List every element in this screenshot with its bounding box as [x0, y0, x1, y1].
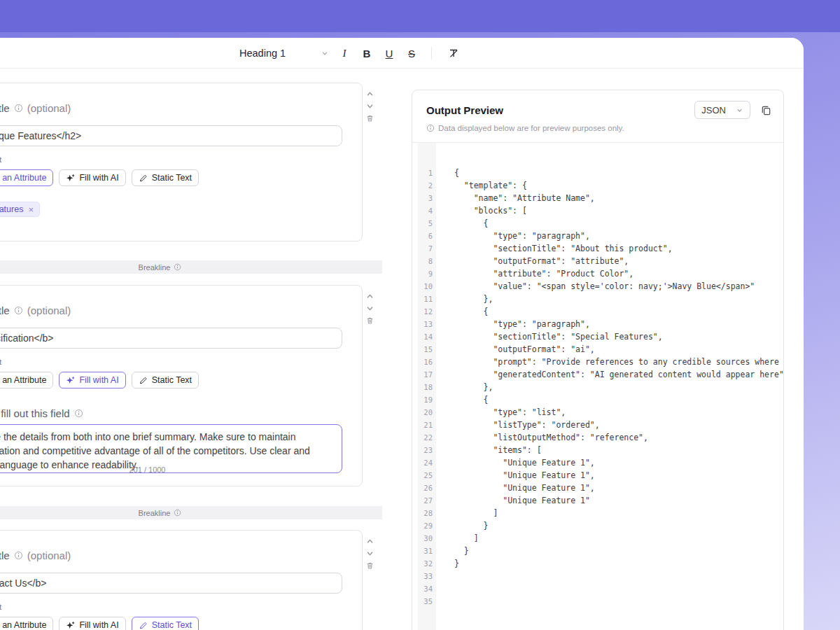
code-line: 21 "listType": "ordered", [412, 419, 783, 431]
code-line: 19 { [412, 393, 783, 406]
line-number: 3 [418, 192, 436, 204]
delete-block-button[interactable] [364, 560, 375, 570]
output-format-options: Reference an Attribute Fill with AI Stat… [0, 617, 348, 630]
fill-with-ai-button[interactable]: Fill with AI [59, 372, 125, 388]
code-line: 7 "sectionTitle": "About this product", [412, 242, 783, 255]
delete-block-button[interactable] [364, 315, 375, 326]
code-line: 35 [412, 595, 783, 608]
info-icon [74, 409, 83, 418]
code-line: 12 { [412, 305, 783, 318]
reference-attribute-button[interactable]: Reference an Attribute [0, 372, 53, 388]
reference-attribute-label: Reference an Attribute [0, 173, 46, 183]
move-block-up-button[interactable] [364, 291, 375, 302]
info-icon [174, 263, 181, 271]
section-title-input[interactable] [0, 573, 342, 594]
breakline-divider: Breakline [0, 506, 382, 519]
line-content: "type": "paragraph", [436, 230, 590, 242]
code-line: 3 "name": "Attribute Name", [412, 192, 783, 204]
move-block-down-button[interactable] [364, 303, 375, 314]
breakline-label: Breakline [139, 263, 171, 272]
line-number: 17 [418, 368, 436, 381]
copy-output-button[interactable] [760, 104, 772, 116]
code-line: 34 [412, 582, 783, 595]
move-down-icon [366, 550, 374, 557]
code-editor[interactable]: 1{2 "template": {3 "name": "Attribute Na… [412, 142, 783, 630]
strikethrough-button[interactable]: S [400, 43, 423, 63]
code-line: 22 "listOutputMethod": "reference", [412, 431, 783, 444]
line-content: { [436, 393, 488, 406]
line-number: 8 [418, 255, 436, 267]
line-number: 35 [418, 595, 436, 608]
breakline-divider: Breakline [0, 260, 382, 274]
move-block-up-button[interactable] [364, 536, 375, 547]
delete-block-button[interactable] [364, 113, 375, 123]
code-line: 33 [412, 570, 783, 582]
bold-button[interactable]: B [356, 43, 378, 63]
line-number: 30 [418, 532, 436, 545]
top-banner [0, 0, 840, 32]
editor-toolbar: Heading 1 I B U S [0, 38, 804, 69]
fill-with-ai-button[interactable]: Fill with AI [59, 169, 125, 186]
reference-attribute-button[interactable]: Reference an Attribute [0, 169, 53, 186]
line-content: "prompt": "Provide references to any cre… [436, 356, 783, 368]
reference-attribute-button[interactable]: Reference an Attribute [0, 617, 53, 630]
output-format-label: Output format [0, 358, 348, 366]
line-number: 26 [418, 482, 436, 494]
ai-prompt-textarea[interactable]: Combine the details from both into one b… [0, 424, 342, 473]
trash-icon [366, 114, 374, 122]
reference-attribute-label: Reference an Attribute [0, 375, 46, 385]
section-title-input[interactable] [0, 328, 342, 349]
format-button-group: I B U S [333, 43, 423, 63]
move-block-up-button[interactable] [364, 89, 375, 99]
underline-button[interactable]: U [378, 43, 400, 63]
copy-icon [760, 104, 772, 116]
ai-sparkle-icon [66, 621, 75, 630]
code-line: 4 "blocks": [ [412, 204, 783, 217]
static-text-button[interactable]: Static Text [132, 372, 199, 388]
line-number: 21 [418, 419, 436, 431]
italic-button[interactable]: I [333, 43, 356, 63]
move-up-icon [366, 538, 374, 545]
ai-sparkle-icon [66, 376, 75, 385]
chevron-down-icon [736, 106, 743, 114]
fill-with-ai-button[interactable]: Fill with AI [59, 617, 125, 630]
line-content [436, 595, 454, 608]
move-down-icon [366, 304, 374, 312]
line-content: "generatedContent": "AI generated conten… [436, 368, 783, 381]
static-text-button[interactable]: Static Text [132, 617, 199, 630]
move-block-down-button[interactable] [364, 548, 375, 559]
section-title-label: Section Title (optional) [0, 304, 348, 316]
line-number: 31 [418, 545, 436, 557]
code-line: 11 }, [412, 293, 783, 305]
attribute-tag[interactable]: Unique Features × [0, 202, 40, 217]
line-content: }, [436, 381, 493, 393]
remove-tag-icon[interactable]: × [28, 205, 34, 214]
heading-style-select[interactable]: Heading 1 [239, 48, 329, 59]
line-number: 18 [418, 381, 436, 393]
line-number: 16 [418, 356, 436, 368]
line-number: 14 [418, 330, 436, 343]
section-title-input[interactable] [0, 125, 342, 146]
preview-disclaimer-text: Data displayed below are for preview pur… [438, 124, 624, 132]
line-content [436, 582, 454, 595]
line-content: "template": { [436, 179, 527, 192]
preview-disclaimer: Data displayed below are for preview pur… [426, 124, 772, 132]
static-text-button[interactable]: Static Text [132, 169, 199, 186]
move-block-down-button[interactable] [364, 101, 375, 111]
fill-with-ai-label: Fill with AI [79, 375, 118, 385]
move-up-icon [366, 293, 374, 300]
line-content: "items": [ [436, 444, 542, 456]
line-number: 33 [418, 570, 436, 582]
info-icon [14, 104, 23, 113]
clear-formatting-button[interactable] [442, 43, 465, 63]
code-line: 9 "attribute": "Product Color", [412, 267, 783, 280]
static-text-label: Static Text [152, 375, 192, 385]
clear-formatting-icon [448, 48, 459, 59]
info-icon [14, 306, 23, 315]
line-number: 9 [418, 267, 436, 280]
code-line: 25 "Unique Feature 1", [412, 469, 783, 482]
line-number: 15 [418, 343, 436, 356]
line-content: "name": "Attribute Name", [436, 192, 595, 204]
preview-format-select[interactable]: JSON [694, 101, 750, 119]
code-line: 17 "generatedContent": "AI generated con… [412, 368, 783, 381]
